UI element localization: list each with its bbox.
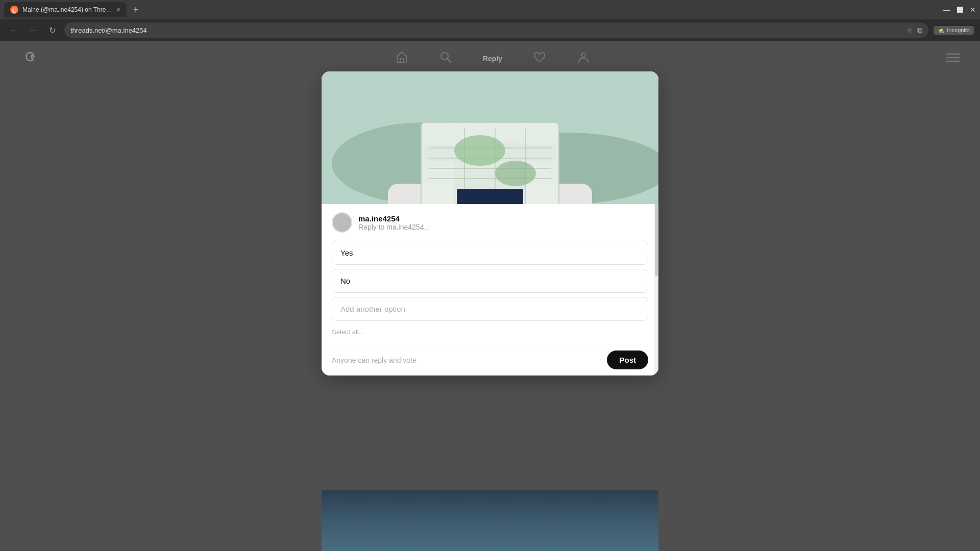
minimize-button[interactable]: — — [943, 6, 950, 14]
tab-bar: @ Maine (@ma.ine4254) on Threa... × + — … — [0, 0, 980, 19]
svg-point-25 — [495, 161, 536, 186]
reply-hint: Reply to ma.ine4254... — [358, 223, 430, 231]
poll-option-1[interactable]: Yes — [332, 241, 648, 265]
incognito-icon: 🕵 — [938, 27, 945, 34]
incognito-label: Incognito — [947, 27, 970, 33]
incognito-badge: 🕵 Incognito — [934, 26, 974, 35]
extensions-icon[interactable]: ⧉ — [917, 26, 922, 35]
svg-point-24 — [454, 135, 505, 166]
browser-tab[interactable]: @ Maine (@ma.ine4254) on Threa... × — [4, 2, 127, 17]
refresh-button[interactable]: ↻ — [45, 23, 59, 37]
tab-favicon: @ — [10, 6, 18, 14]
privacy-label: Anyone can reply and vote — [332, 356, 416, 364]
browser-chrome: @ Maine (@ma.ine4254) on Threa... × + — … — [0, 0, 980, 41]
poll-option-2[interactable]: No — [332, 269, 648, 293]
user-row: ma.ine4254 Reply to ma.ine4254... — [332, 204, 648, 239]
add-another-option[interactable]: Add another option — [332, 297, 648, 321]
avatar-inner — [333, 213, 351, 232]
avatar — [332, 212, 352, 233]
forward-button[interactable]: → — [26, 23, 40, 37]
address-bar-row: ← → ↻ threads.net/@ma.ine4254 ☆ ⧉ 🕵 Inco… — [0, 19, 980, 41]
partial-settings-text: Select all... — [332, 325, 648, 336]
url-display: threads.net/@ma.ine4254 — [70, 27, 902, 34]
modal-content: ma.ine4254 Reply to ma.ine4254... Yes No… — [322, 204, 658, 344]
reply-modal: ma.ine4254 Reply to ma.ine4254... Yes No… — [322, 71, 658, 375]
poll-options: Yes No Add another option Select all... — [332, 241, 648, 336]
address-bar[interactable]: threads.net/@ma.ine4254 ☆ ⧉ — [64, 22, 928, 38]
background-content — [322, 490, 658, 551]
back-button[interactable]: ← — [6, 23, 20, 37]
user-info: ma.ine4254 Reply to ma.ine4254... — [358, 214, 430, 231]
browser-right-icons: 🕵 Incognito — [934, 26, 974, 35]
svg-rect-26 — [457, 189, 523, 204]
tab-title: Maine (@ma.ine4254) on Threa... — [22, 6, 112, 13]
username: ma.ine4254 — [358, 214, 430, 223]
window-controls: — ⬜ ✕ — [943, 6, 976, 14]
close-window-button[interactable]: ✕ — [970, 6, 976, 14]
bookmark-icon[interactable]: ☆ — [906, 26, 913, 34]
address-icons: ☆ ⧉ — [906, 26, 922, 35]
modal-overlay: ma.ine4254 Reply to ma.ine4254... Yes No… — [0, 41, 980, 551]
maximize-button[interactable]: ⬜ — [957, 7, 964, 13]
modal-footer: Anyone can reply and vote Post — [322, 344, 658, 375]
tab-close-icon[interactable]: × — [116, 6, 120, 14]
bg-image — [322, 490, 658, 551]
new-tab-button[interactable]: + — [129, 3, 143, 17]
modal-post-image — [322, 71, 658, 204]
post-button[interactable]: Post — [607, 350, 648, 369]
